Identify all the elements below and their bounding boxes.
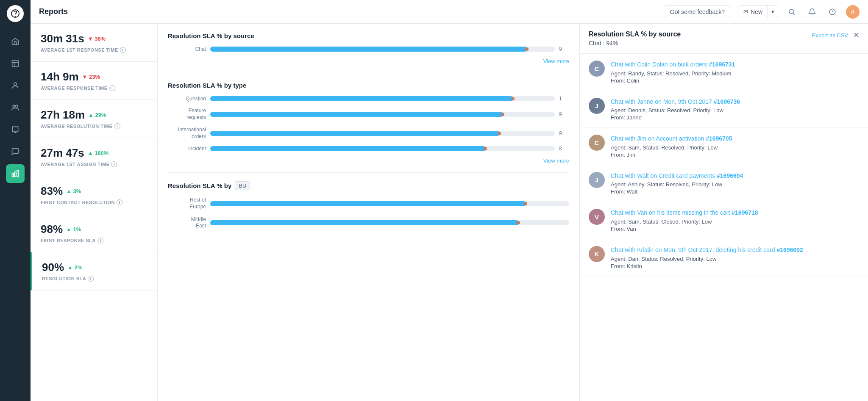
detail-header-actions: Export as CSV ✕: [812, 30, 860, 40]
bar-track-feature: [210, 112, 555, 117]
detail-header-info: Resolution SLA % by source Chat : 94%: [589, 30, 681, 47]
sidebar-item-knowledge[interactable]: [6, 120, 25, 139]
conv-from-3: From: Walt: [611, 188, 860, 195]
metric-card-6[interactable]: 90% ▲ 2% RESOLUTION SLA i: [31, 252, 157, 290]
app-logo[interactable]: [7, 5, 24, 22]
bar-row-question: Question 1: [168, 96, 569, 102]
metric-value-6: 90% ▲ 2%: [42, 261, 147, 274]
bar-label-feature: Featurerequests: [168, 108, 206, 121]
bar-fill-middle-east: [210, 220, 519, 225]
sidebar-item-contacts[interactable]: [6, 76, 25, 95]
view-more-type[interactable]: View more: [168, 158, 569, 164]
sidebar-item-teams[interactable]: [6, 98, 25, 117]
bar-row-middle-east: MiddleEast: [168, 216, 569, 230]
chart-bu-header: Resolution SLA % by BU: [168, 181, 569, 190]
info-icon-1[interactable]: i: [109, 85, 115, 91]
info-icon-4[interactable]: i: [117, 199, 122, 205]
export-csv-button[interactable]: Export as CSV: [812, 32, 848, 39]
conversation-item-2[interactable]: C Chat with Jim on Account activation #1…: [580, 128, 868, 165]
page-title: Reports: [39, 7, 657, 16]
conv-title-5: Chat with Kristin on Mon, 9th Oct 2017; …: [611, 246, 860, 254]
metric-label-1: AVERAGE RESPONSE TIME i: [41, 85, 147, 91]
conv-title-1: Chat with Janne on Mon, 9th Oct 2017 #16…: [611, 98, 860, 106]
user-avatar[interactable]: A: [846, 5, 860, 19]
info-icon-2[interactable]: i: [114, 123, 120, 129]
chart-source-section: Resolution SLA % by source Chat 9 View m…: [168, 32, 569, 73]
conv-avatar-2: C: [589, 135, 605, 151]
search-button[interactable]: [785, 5, 798, 19]
metric-label-2: AVERAGE RESOLUTION TIME i: [41, 123, 147, 129]
bar-fill-chat: [210, 47, 527, 52]
bar-row-intl: Internationalorders 9: [168, 127, 569, 140]
bar-label-intl: Internationalorders: [168, 127, 206, 140]
metric-card-2[interactable]: 27h 18m ▲ 29% AVERAGE RESOLUTION TIME i: [31, 100, 157, 138]
email-icon: ✉: [743, 8, 748, 15]
bar-value-intl: 9: [559, 130, 569, 136]
conv-avatar-5: K: [589, 246, 605, 262]
bar-track-middle-east: [210, 220, 569, 225]
metric-change-1: ▼ 23%: [82, 74, 100, 80]
metric-card-4[interactable]: 83% ▲ 3% FIRST CONTACT RESOLUTION i: [31, 176, 157, 214]
conversation-item-5[interactable]: K Chat with Kristin on Mon, 9th Oct 2017…: [580, 239, 868, 277]
new-dropdown-button[interactable]: ▾: [768, 6, 778, 17]
bar-track-intl: [210, 131, 555, 136]
metric-label-3: AVERAGE 1ST ASSIGN TIME i: [41, 161, 147, 167]
metric-card-3[interactable]: 27m 47s ▲ 180% AVERAGE 1ST ASSIGN TIME i: [31, 138, 157, 176]
svg-point-9: [789, 9, 794, 14]
close-detail-button[interactable]: ✕: [853, 30, 860, 40]
bar-fill-feature: [210, 112, 503, 117]
bar-value-incident: 8: [559, 146, 569, 152]
bar-row-incident: Incident 8: [168, 146, 569, 152]
bar-value-question: 1: [559, 96, 569, 102]
bar-fill-incident: [210, 146, 486, 151]
chart-bu-section: Resolution SLA % by BU Rest ofEurope Mid…: [168, 181, 569, 244]
metric-value-4: 83% ▲ 3%: [41, 185, 147, 198]
chart-bu-filter[interactable]: BU: [235, 181, 250, 190]
info-icon-6[interactable]: i: [88, 276, 94, 282]
bar-fill-question: [210, 96, 513, 101]
bar-label-rest-europe: Rest ofEurope: [168, 197, 206, 210]
info-icon-3[interactable]: i: [111, 161, 117, 167]
chart-bu-label: Resolution SLA % by: [168, 182, 231, 189]
bar-track-question: [210, 96, 555, 101]
conversation-item-4[interactable]: V Chat with Van on his items missing in …: [580, 202, 868, 239]
chart-type-section: Resolution SLA % by type Question 1 Feat…: [168, 82, 569, 173]
metric-change-5: ▲ 1%: [66, 226, 81, 232]
info-icon-5[interactable]: i: [97, 238, 103, 243]
sidebar-item-inbox[interactable]: [6, 54, 25, 73]
feedback-button[interactable]: Got some feedback?: [664, 6, 731, 18]
bar-label-question: Question: [168, 96, 206, 102]
metric-card-1[interactable]: 14h 9m ▼ 23% AVERAGE RESPONSE TIME i: [31, 62, 157, 100]
feedback-icon-button[interactable]: [826, 5, 839, 19]
bar-row-chat: Chat 9: [168, 46, 569, 52]
sidebar-item-conversations[interactable]: [6, 142, 25, 161]
conv-meta-2: Agent: Sam, Status: Resolved, Priority: …: [611, 144, 860, 151]
conv-title-3: Chat with Walt on Credit card payments #…: [611, 172, 860, 180]
view-more-source[interactable]: View more: [168, 58, 569, 64]
charts-panel: Resolution SLA % by source Chat 9 View m…: [158, 24, 580, 401]
bar-label-incident: Incident: [168, 146, 206, 152]
metric-card-5[interactable]: 98% ▲ 1% FIRST RESPONSE SLA i: [31, 214, 157, 252]
conv-meta-0: Agent: Randy, Status: Resolved, Priority…: [611, 70, 860, 77]
conv-meta-3: Agent: Ashley, Status: Resolved, Priorit…: [611, 181, 860, 188]
bar-track-rest-europe: [210, 201, 569, 206]
new-button[interactable]: ✉ New: [738, 6, 768, 18]
conv-title-4: Chat with Van on his items missing in th…: [611, 209, 860, 217]
bar-row-rest-europe: Rest ofEurope: [168, 197, 569, 210]
metric-value-0: 30m 31s ▼ 38%: [41, 32, 147, 45]
notifications-button[interactable]: [805, 5, 819, 19]
conv-meta-5: Agent: Dan, Status: Resolved, Priority: …: [611, 256, 860, 262]
metric-label-6: RESOLUTION SLA i: [42, 276, 147, 282]
svg-point-5: [16, 105, 18, 107]
conversation-item-3[interactable]: J Chat with Walt on Credit card payments…: [580, 165, 868, 202]
conv-content-4: Chat with Van on his items missing in th…: [611, 209, 860, 232]
sidebar-item-home[interactable]: [6, 32, 25, 51]
conv-content-3: Chat with Walt on Credit card payments #…: [611, 172, 860, 195]
conversation-item-1[interactable]: J Chat with Janne on Mon, 9th Oct 2017 #…: [580, 91, 868, 128]
info-icon-0[interactable]: i: [120, 47, 126, 53]
metric-change-4: ▲ 3%: [66, 188, 81, 194]
metric-card-0[interactable]: 30m 31s ▼ 38% AVERAGE 1ST RESPONSE TIME …: [31, 24, 157, 62]
svg-point-4: [13, 105, 15, 107]
conversation-item-0[interactable]: C Chat with Colin Dolan on bulk orders #…: [580, 54, 868, 91]
sidebar-item-reports[interactable]: [6, 164, 25, 183]
